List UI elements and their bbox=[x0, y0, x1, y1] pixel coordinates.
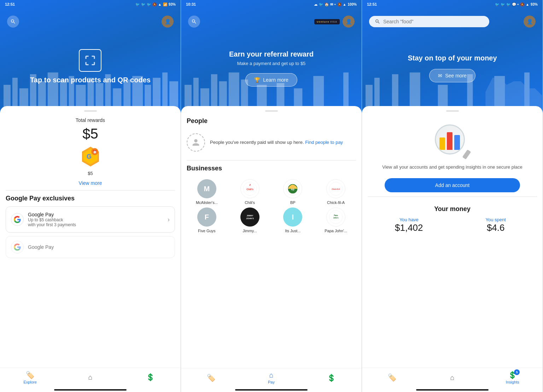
rewards-section: Total rewards $5 ⏰ G $5 View bbox=[6, 117, 175, 186]
google-logo bbox=[11, 213, 24, 226]
you-spent-label: You spent bbox=[455, 217, 537, 222]
nav-dollar-2[interactable]: 💲 bbox=[321, 374, 342, 382]
chevron-right-icon: › bbox=[168, 216, 170, 223]
hero-topbar-2: venture VISA 👤 bbox=[187, 16, 356, 28]
money-grid: You have $1,402 You spent $4.6 bbox=[368, 217, 537, 233]
svg-text:Chick-fil-A: Chick-fil-A bbox=[332, 188, 340, 190]
signal-icon: 📶 bbox=[163, 2, 167, 6]
home-indicator-3 bbox=[416, 389, 488, 391]
svg-text:Papa: Papa bbox=[334, 215, 338, 216]
nav-explore[interactable]: 🏷️ Explore bbox=[19, 371, 41, 384]
badge-wrapper: ⏰ G bbox=[79, 145, 102, 169]
svg-text:JIMMY: JIMMY bbox=[246, 215, 253, 217]
svg-text:G: G bbox=[86, 153, 91, 160]
nav-insights[interactable]: 💲 5 Insights bbox=[502, 371, 523, 384]
biz-papajohns[interactable]: Papa John's Papa John'... bbox=[316, 207, 356, 233]
qr-frame[interactable] bbox=[79, 49, 101, 72]
search-input-3[interactable] bbox=[383, 19, 484, 24]
svg-text:Chili's: Chili's bbox=[246, 188, 253, 191]
biz-logo-chickfila: Chick-fil-A bbox=[326, 179, 345, 198]
home-icon-3: ⌂ bbox=[450, 374, 454, 382]
svg-text:⏰: ⏰ bbox=[93, 150, 97, 154]
search-button-1[interactable] bbox=[7, 16, 19, 28]
hero-area-1: 12:51 🐦 🐦 🐦 🔕 ▲ 📶 93% 👤 bbox=[0, 0, 181, 113]
biz-itsjust[interactable]: I Its Just... bbox=[273, 207, 313, 233]
biz-mcalisters[interactable]: M McAlister's... bbox=[187, 179, 227, 205]
divider-2 bbox=[187, 160, 356, 160]
avatar-3[interactable]: 👤 bbox=[524, 16, 536, 28]
people-desc: People you've recently paid will show up… bbox=[210, 139, 343, 146]
you-have-amount: $1,402 bbox=[368, 222, 450, 233]
biz-logo-chilis: Chili's bbox=[240, 179, 259, 198]
bottom-nav-1: 🏷️ Explore ⌂ 💲 bbox=[0, 368, 181, 389]
mute-icon: 🔕 bbox=[152, 2, 157, 6]
wifi-icon-2: ▲ bbox=[343, 2, 346, 6]
insights-icon-wrapper: 💲 5 bbox=[508, 371, 517, 379]
biz-jimmyjohns[interactable]: JIMMY JOHN'S Jimmy... bbox=[230, 207, 270, 233]
dot-icon: • bbox=[334, 2, 336, 6]
avatar-2[interactable]: 👤 bbox=[343, 16, 355, 28]
referral-title: Earn your referral reward bbox=[229, 49, 314, 59]
phone-panel-1: 12:51 🐦 🐦 🐦 🔕 ▲ 📶 93% 👤 bbox=[0, 0, 181, 392]
view-more-link[interactable]: View more bbox=[6, 180, 175, 186]
you-have-label: You have bbox=[368, 217, 450, 222]
avatar-1[interactable]: 👤 bbox=[162, 16, 174, 28]
mute-icon-3: 🔕 bbox=[520, 2, 524, 6]
nav-home-1[interactable]: ⌂ bbox=[80, 373, 101, 382]
home-icon-s: 🏠 bbox=[325, 2, 329, 6]
nav-pay-1[interactable]: 💲 bbox=[140, 373, 161, 382]
bottom-nav-3: 🏷️ ⌂ 💲 5 Insights bbox=[362, 368, 543, 389]
venture-label: venture bbox=[317, 20, 329, 23]
people-title: People bbox=[187, 117, 356, 125]
nav-home-3[interactable]: ⌂ bbox=[442, 374, 463, 382]
bar-chart-inner bbox=[439, 132, 460, 150]
status-icons-3: 🐦 🐦 🐦 💬 • 🔕 ▲ 93% bbox=[495, 2, 538, 6]
twitter-icon-6: 🐦 bbox=[501, 2, 505, 6]
email-icon: ✉ bbox=[330, 2, 333, 6]
svg-text:John's: John's bbox=[333, 217, 339, 219]
biz-name-bp: BP bbox=[290, 200, 296, 205]
biz-bp[interactable]: bp BP bbox=[273, 179, 313, 205]
dot-icon-3: • bbox=[518, 2, 519, 6]
people-desc-text: People you've recently paid will show up… bbox=[210, 140, 304, 145]
badge-amount: $5 bbox=[88, 171, 93, 176]
you-have-col: You have $1,402 bbox=[368, 217, 450, 233]
you-spent-col: You spent $4.6 bbox=[455, 217, 537, 233]
magnifier-circle bbox=[435, 124, 465, 154]
insights-visual: View all your accounts and get spending … bbox=[368, 117, 537, 174]
exclusive-card[interactable]: Google Pay Up to $5 cashback with your f… bbox=[6, 206, 175, 233]
sheet-handle-2 bbox=[265, 110, 278, 112]
visa-label: VISA bbox=[330, 21, 337, 23]
status-bar-3: 12:51 🐦 🐦 🐦 💬 • 🔕 ▲ 93% bbox=[362, 0, 543, 8]
hero-area-2: 10:31 ☁ 🐦 🏠 ✉ • 🔕 ▲ 100% bbox=[181, 0, 362, 113]
biz-logo-bp: bp bbox=[283, 179, 302, 198]
nav-tag-2[interactable]: 🏷️ bbox=[200, 374, 222, 382]
exclusive-card-text: Google Pay Up to $5 cashback with your f… bbox=[28, 212, 163, 227]
biz-chilis[interactable]: Chili's Chili's bbox=[230, 179, 270, 205]
biz-fiveguys[interactable]: F Five Guys bbox=[187, 207, 227, 233]
bottom-sheet-2: People People you've recently paid will … bbox=[181, 106, 362, 368]
find-people-link[interactable]: Find people to pay bbox=[305, 140, 343, 145]
nav-tag-3[interactable]: 🏷️ bbox=[381, 373, 403, 382]
magnifier-container bbox=[435, 124, 470, 160]
you-spent-amount: $4.6 bbox=[455, 222, 537, 233]
bar-yellow bbox=[439, 138, 445, 150]
people-placeholder bbox=[187, 133, 205, 152]
search-bar-3[interactable] bbox=[369, 16, 489, 27]
bar-red bbox=[447, 132, 452, 150]
status-bar-1: 12:51 🐦 🐦 🐦 🔕 ▲ 📶 93% bbox=[0, 0, 181, 8]
search-button-2[interactable] bbox=[188, 16, 200, 28]
add-account-button[interactable]: Add an account bbox=[385, 178, 520, 192]
chat-icon: 💬 bbox=[512, 2, 516, 6]
exclusive-card-2[interactable]: Google Pay bbox=[6, 236, 175, 258]
biz-grid: M McAlister's... Chili's Chili's bbox=[187, 176, 356, 236]
twitter-icon2: 🐦 bbox=[141, 2, 145, 6]
chart-wrapper bbox=[435, 124, 470, 160]
money-section: Your money You have $1,402 You spent $4.… bbox=[368, 201, 537, 238]
twitter-icon-5: 🐦 bbox=[495, 2, 499, 6]
home-indicator-2 bbox=[235, 389, 307, 391]
biz-chickfila[interactable]: Chick-fil-A Chick-fil-A bbox=[316, 179, 356, 205]
bar-blue bbox=[454, 135, 460, 150]
nav-pay-2[interactable]: ⌂ Pay bbox=[261, 371, 282, 384]
mute-icon-2: 🔕 bbox=[337, 2, 341, 6]
